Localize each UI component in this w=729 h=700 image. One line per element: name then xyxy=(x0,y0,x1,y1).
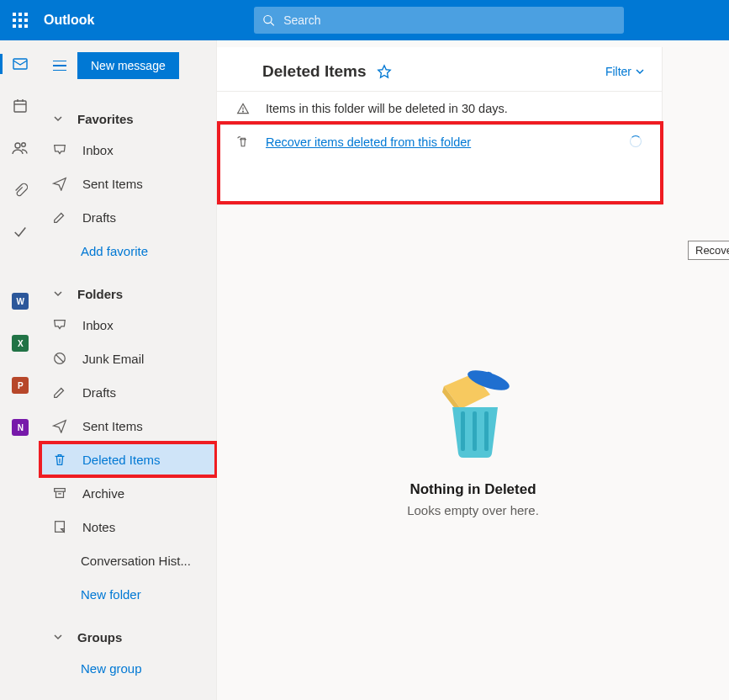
new-folder-link[interactable]: New folder xyxy=(40,577,216,611)
chevron-down-icon xyxy=(52,288,64,300)
folder-sidebar: New message Favorites Inbox Sent Items D… xyxy=(40,40,217,700)
filter-button[interactable]: Filter xyxy=(605,65,645,78)
folder-label: Deleted Items xyxy=(82,453,161,467)
folder-drafts[interactable]: Drafts xyxy=(40,375,216,409)
notes-icon xyxy=(52,519,67,534)
svg-point-15 xyxy=(243,111,244,112)
svg-point-0 xyxy=(264,15,272,23)
notice-text: Items in this folder will be deleted in … xyxy=(266,102,508,115)
excel-icon: X xyxy=(12,335,29,352)
rail-app-excel[interactable]: X xyxy=(0,331,40,355)
svg-point-8 xyxy=(22,143,26,147)
folder-label: Sent Items xyxy=(82,177,143,191)
rail-todo[interactable] xyxy=(0,220,40,244)
new-message-button[interactable]: New message xyxy=(77,52,179,79)
chevron-down-icon xyxy=(52,113,64,125)
left-rail: W X P N xyxy=(0,40,40,700)
section-groups: Groups New group xyxy=(40,623,216,685)
app-launcher-button[interactable] xyxy=(0,0,40,40)
svg-rect-21 xyxy=(473,411,477,451)
svg-rect-12 xyxy=(55,489,66,492)
new-group-link[interactable]: New group xyxy=(40,651,216,685)
folder-label: Junk Email xyxy=(82,352,144,366)
chevron-down-icon xyxy=(52,631,64,643)
star-icon[interactable] xyxy=(377,64,392,79)
folders-title: Folders xyxy=(77,287,123,301)
folder-label: Drafts xyxy=(82,210,116,225)
link-label: New folder xyxy=(81,587,141,602)
link-label: New group xyxy=(81,661,142,676)
folder-sent[interactable]: Sent Items xyxy=(40,409,216,443)
sent-icon xyxy=(52,418,67,433)
empty-state: Nothing in Deleted Looks empty over here… xyxy=(217,365,729,517)
folder-label: Notes xyxy=(82,520,115,534)
add-favorite-link[interactable]: Add favorite xyxy=(40,234,216,268)
favorite-sent[interactable]: Sent Items xyxy=(40,167,216,200)
folder-notes[interactable]: Notes xyxy=(40,510,216,544)
loading-spinner-icon xyxy=(630,135,642,147)
drafts-icon xyxy=(52,384,67,400)
rail-people[interactable] xyxy=(0,136,40,160)
search-input[interactable] xyxy=(283,13,624,27)
inbox-icon xyxy=(52,317,67,332)
onenote-icon: N xyxy=(12,419,29,436)
folder-label: Conversation Hist... xyxy=(81,554,191,568)
trash-icon xyxy=(52,452,67,467)
inbox-icon xyxy=(52,142,67,157)
calendar-icon xyxy=(12,98,29,114)
favorite-drafts[interactable]: Drafts xyxy=(40,200,216,234)
folder-junk[interactable]: Junk Email xyxy=(40,342,216,375)
rail-app-onenote[interactable]: N xyxy=(0,416,40,439)
recover-link[interactable]: Recover items deleted from this folder xyxy=(266,135,471,149)
app-title: Outlook xyxy=(44,13,94,28)
recover-icon xyxy=(235,135,251,149)
rail-calendar[interactable] xyxy=(0,94,40,118)
folders-header[interactable]: Folders xyxy=(40,279,216,308)
folder-label: Sent Items xyxy=(82,419,143,433)
recover-tooltip: Recover items deleted from this folder xyxy=(688,241,729,260)
folder-label: Archive xyxy=(82,486,124,501)
warning-icon xyxy=(235,102,251,115)
filter-label: Filter xyxy=(605,65,631,78)
folder-label: Inbox xyxy=(82,318,114,332)
search-box[interactable] xyxy=(254,7,624,34)
chevron-down-icon xyxy=(635,66,645,77)
rail-app-word[interactable]: W xyxy=(0,289,40,313)
waffle-icon xyxy=(13,13,28,28)
groups-header[interactable]: Groups xyxy=(40,623,216,651)
svg-point-7 xyxy=(15,143,20,148)
empty-title: Nothing in Deleted xyxy=(217,481,729,498)
svg-line-1 xyxy=(272,23,275,26)
rail-app-powerpoint[interactable]: P xyxy=(0,374,40,397)
folder-title: Deleted Items xyxy=(262,62,367,81)
link-label: Add favorite xyxy=(81,244,148,258)
favorite-inbox[interactable]: Inbox xyxy=(40,133,216,167)
rail-files[interactable] xyxy=(0,178,40,202)
svg-line-10 xyxy=(56,355,64,363)
svg-rect-20 xyxy=(461,411,465,451)
rail-mail[interactable] xyxy=(0,52,40,76)
folder-deleted-items[interactable]: Deleted Items xyxy=(40,443,216,476)
favorites-header[interactable]: Favorites xyxy=(40,104,216,133)
empty-subtitle: Looks empty over here. xyxy=(217,503,729,517)
folder-inbox[interactable]: Inbox xyxy=(40,308,216,342)
attachment-icon xyxy=(13,183,28,198)
drafts-icon xyxy=(52,209,67,225)
list-header: Deleted Items Filter xyxy=(217,47,662,91)
empty-trash-illustration xyxy=(427,365,520,466)
folder-conversation-history[interactable]: Conversation Hist... xyxy=(40,544,216,577)
folder-archive[interactable]: Archive xyxy=(40,476,216,510)
people-icon xyxy=(12,140,29,156)
junk-icon xyxy=(52,351,67,366)
recover-items-row[interactable]: Recover items deleted from this folder xyxy=(217,125,662,158)
collapse-sidebar-button[interactable] xyxy=(50,56,69,75)
check-icon xyxy=(13,225,28,240)
mail-icon xyxy=(12,56,29,72)
header-bar: Outlook xyxy=(0,0,729,40)
section-folders: Folders Inbox Junk Email Drafts Sent Ite… xyxy=(40,279,216,611)
svg-rect-22 xyxy=(484,411,489,451)
main-content: Deleted Items Filter Items in this folde… xyxy=(217,40,729,700)
sent-icon xyxy=(52,176,67,191)
message-list-panel: Deleted Items Filter Items in this folde… xyxy=(217,47,663,205)
groups-title: Groups xyxy=(77,630,122,644)
